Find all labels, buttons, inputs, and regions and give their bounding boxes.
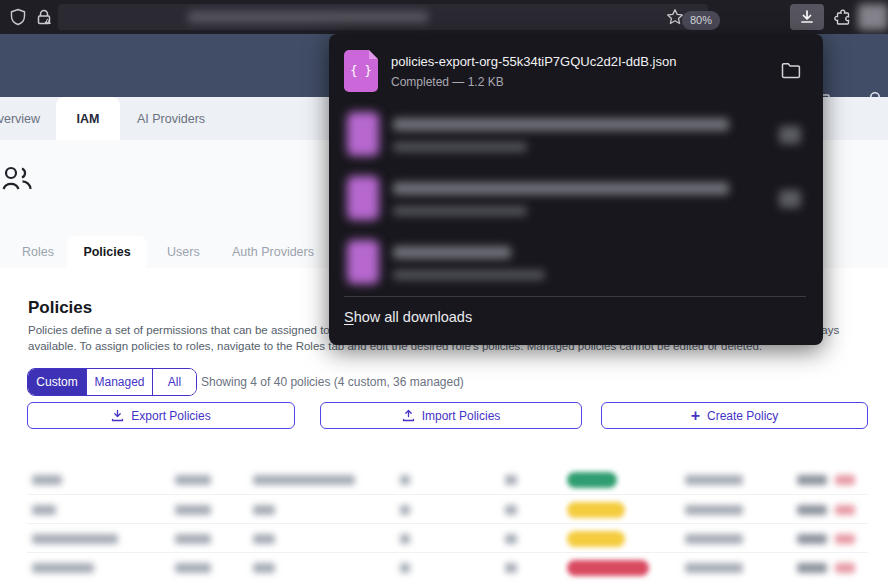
downloads-panel: { } policies-export-org-55k34tiP7GQUc2d2… xyxy=(329,34,823,345)
creation-redacted xyxy=(685,475,743,485)
table-row[interactable] xyxy=(27,465,868,494)
policy-desc-redacted xyxy=(253,563,275,573)
import-policies-button[interactable]: Import Policies xyxy=(320,402,582,429)
creation-redacted xyxy=(685,505,743,515)
table-row[interactable] xyxy=(27,523,868,552)
tab-iam[interactable]: IAM xyxy=(56,97,120,140)
folder-icon-redacted[interactable] xyxy=(779,190,801,208)
filter-custom-button[interactable]: Custom xyxy=(28,369,86,395)
file-icon-redacted xyxy=(347,112,379,156)
actions-redacted[interactable] xyxy=(797,505,827,515)
policy-type-redacted xyxy=(175,475,211,485)
download-item-redacted[interactable] xyxy=(337,234,815,292)
downloads-toolbar-button[interactable] xyxy=(790,4,824,30)
address-bar[interactable]: 80% xyxy=(58,4,708,30)
show-all-downloads-link[interactable]: Show all downloads xyxy=(344,309,472,325)
export-download-icon xyxy=(111,409,124,422)
filename-redacted xyxy=(393,118,729,131)
tab-overview[interactable]: Overview xyxy=(0,97,50,140)
folder-icon-redacted[interactable] xyxy=(779,126,801,144)
filter-all-button[interactable]: All xyxy=(152,369,196,395)
exposure-badge xyxy=(567,531,625,547)
plus-icon: + xyxy=(691,407,700,425)
policy-name-redacted xyxy=(32,505,56,515)
subtab-policies[interactable]: Policies xyxy=(67,236,147,268)
status-redacted xyxy=(393,142,527,152)
file-icon-redacted xyxy=(347,240,379,284)
subtab-auth-providers[interactable]: Auth Providers xyxy=(232,236,314,268)
delete-action-redacted[interactable] xyxy=(835,505,855,515)
file-icon-redacted xyxy=(347,176,379,220)
table-row[interactable] xyxy=(27,552,868,581)
panel-divider xyxy=(344,296,806,297)
tab-ai-providers[interactable]: AI Providers xyxy=(137,97,207,140)
download-icon xyxy=(798,8,816,26)
browser-toolbar: 80% xyxy=(0,0,888,34)
delete-action-redacted[interactable] xyxy=(835,563,855,573)
policy-type-redacted xyxy=(175,534,211,544)
enabled-redacted xyxy=(505,563,517,573)
lock-warning-icon[interactable] xyxy=(35,8,53,26)
screen: 80% ∨ Overview IAM AI Providers xyxy=(0,0,888,586)
download-status: Completed — 1.2 KB xyxy=(391,75,504,89)
role-count-redacted xyxy=(400,505,410,515)
shield-icon[interactable] xyxy=(9,8,27,26)
creation-redacted xyxy=(685,563,743,573)
policy-name-redacted xyxy=(32,534,118,544)
policy-name-redacted xyxy=(32,563,94,573)
enabled-redacted xyxy=(505,534,517,544)
policy-type-redacted xyxy=(175,505,211,515)
policy-desc-redacted xyxy=(253,475,355,485)
policy-desc-redacted xyxy=(253,505,275,515)
import-upload-icon xyxy=(402,409,415,422)
table-row[interactable] xyxy=(27,494,868,523)
policies-section-title: Policies xyxy=(28,298,92,318)
actions-redacted[interactable] xyxy=(797,475,827,485)
download-item-redacted[interactable] xyxy=(337,106,815,164)
creation-redacted xyxy=(685,534,743,544)
download-item-redacted[interactable] xyxy=(337,170,815,228)
delete-action-redacted[interactable] xyxy=(835,534,855,544)
open-containing-folder-icon[interactable] xyxy=(781,62,801,79)
download-filename: policies-export-org-55k34tiP7GQUc2d2I-dd… xyxy=(391,54,676,69)
actions-redacted[interactable] xyxy=(797,563,827,573)
role-count-redacted xyxy=(400,475,410,485)
extensions-puzzle-icon[interactable] xyxy=(833,8,852,27)
json-file-icon: { } xyxy=(344,50,378,92)
subtab-roles[interactable]: Roles xyxy=(22,236,52,268)
status-redacted xyxy=(393,270,545,280)
exposure-badge xyxy=(567,472,617,488)
create-policy-button[interactable]: + Create Policy xyxy=(601,402,868,429)
role-count-redacted xyxy=(400,563,410,573)
browser-profile-redacted[interactable] xyxy=(858,4,888,30)
policy-filter-segmented-control: Custom Managed All xyxy=(27,368,197,396)
delete-action-redacted[interactable] xyxy=(835,475,855,485)
enabled-redacted xyxy=(505,505,517,515)
download-item[interactable]: { } policies-export-org-55k34tiP7GQUc2d2… xyxy=(337,42,815,100)
filename-redacted xyxy=(393,182,729,195)
organization-people-icon xyxy=(2,165,32,191)
zoom-level-badge[interactable]: 80% xyxy=(682,11,720,30)
showing-count-text: Showing 4 of 40 policies (4 custom, 36 m… xyxy=(201,375,464,389)
filename-redacted xyxy=(393,246,511,259)
bookmark-star-icon[interactable] xyxy=(666,8,684,26)
export-policies-button[interactable]: Export Policies xyxy=(27,402,295,429)
policy-desc-redacted xyxy=(253,534,275,544)
status-redacted xyxy=(393,206,527,216)
enabled-redacted xyxy=(505,475,517,485)
url-text-redacted xyxy=(188,11,428,23)
filter-managed-button[interactable]: Managed xyxy=(86,369,152,395)
policy-type-redacted xyxy=(175,563,211,573)
policy-name-redacted xyxy=(32,475,62,485)
exposure-badge xyxy=(567,560,649,576)
role-count-redacted xyxy=(400,534,410,544)
actions-redacted[interactable] xyxy=(797,534,827,544)
exposure-badge xyxy=(567,502,625,518)
subtab-users[interactable]: Users xyxy=(167,236,201,268)
